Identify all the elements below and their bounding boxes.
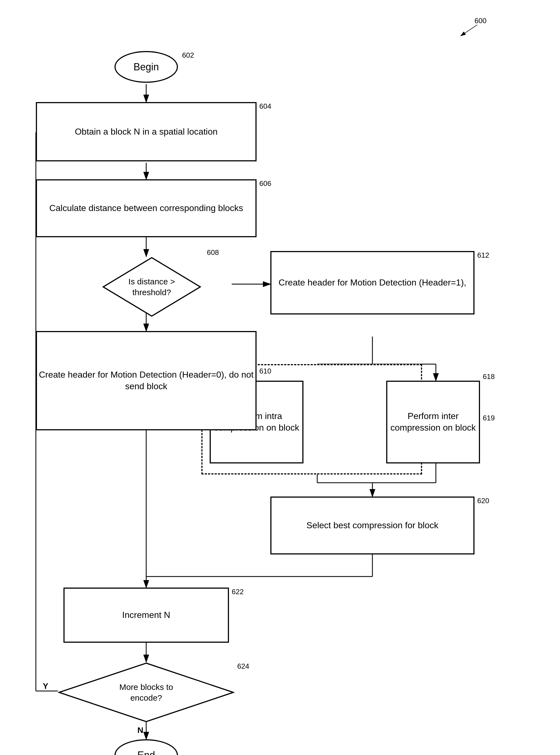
header1-rect: Create header for Motion Detection (Head… [271,251,475,314]
header0-rect: Create header for Motion Detection (Head… [36,331,257,430]
ref-624: 624 [237,662,249,671]
perform-inter-rect: Perform inter compression on block [386,381,480,464]
svg-line-23 [461,25,477,36]
ref-600-arrow [455,22,483,39]
ref-606: 606 [259,179,271,188]
ref-618: 618 [483,372,495,381]
ref-619: 619 [483,414,495,422]
select-best-rect: Select best compression for block [271,496,475,554]
ref-620: 620 [477,496,489,505]
ref-612: 612 [477,251,489,260]
ref-604: 604 [259,102,271,110]
increment-n-rect: Increment N [63,588,229,643]
end-oval: End [115,739,178,755]
ref-610: 610 [259,367,271,375]
n-label: N [137,726,143,735]
ref-602: 602 [182,51,194,60]
calc-distance-rect: Calculate distance between corresponding… [36,179,257,237]
flowchart-diagram: 600 Begin 602 Obtain a block N in a spat… [0,0,560,755]
begin-oval: Begin [115,51,178,83]
ref-608: 608 [207,248,219,257]
ref-622: 622 [232,588,244,596]
y-label: Y [43,681,48,691]
more-blocks-diamond: More blocks to encode? [58,662,235,723]
is-distance-diamond: Is distance > threshold? [102,257,201,317]
obtain-block-rect: Obtain a block N in a spatial location [36,102,257,161]
